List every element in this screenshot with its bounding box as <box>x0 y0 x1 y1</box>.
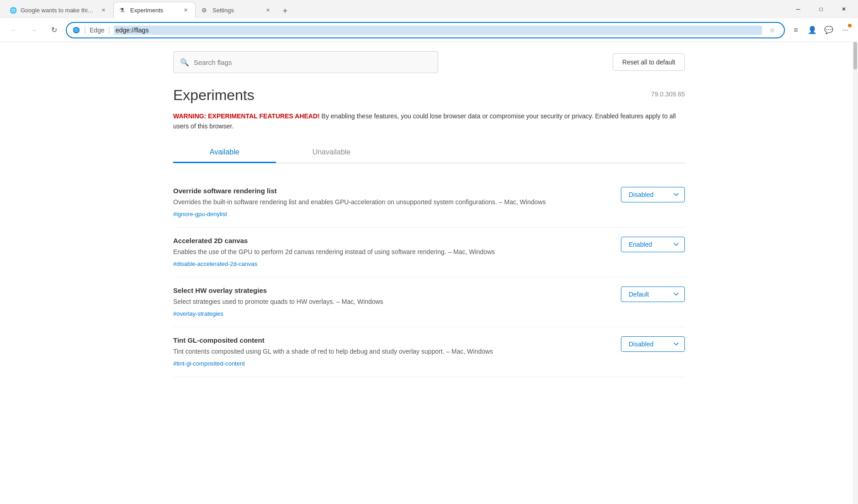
back-button[interactable]: ← <box>5 22 22 38</box>
flag-link[interactable]: #tint-gl-composited-content <box>173 360 245 367</box>
profile-icon[interactable]: 👤 <box>805 23 820 37</box>
flag-tabs: Available Unavailable <box>173 143 685 163</box>
titlebar-controls: ─ □ ✕ <box>788 0 854 18</box>
flag-info: Accelerated 2D canvas Enables the use of… <box>173 237 603 268</box>
address-divider: | <box>84 26 86 34</box>
tab-available[interactable]: Available <box>173 143 276 163</box>
close-button[interactable]: ✕ <box>833 0 854 18</box>
minimize-button[interactable]: ─ <box>788 0 809 18</box>
tab-google[interactable]: 🌐 Google wants to make third-par... ✕ <box>4 2 113 18</box>
flag-info: Tint GL-composited content Tint contents… <box>173 336 603 367</box>
scrollbar-track[interactable] <box>853 42 858 504</box>
collections-icon[interactable]: ≡ <box>789 23 803 37</box>
menu-icon[interactable]: ··· <box>838 23 853 37</box>
new-tab-button[interactable]: + <box>278 4 292 18</box>
search-box[interactable]: 🔍 <box>173 51 438 73</box>
flag-select[interactable]: DefaultEnabledDisabled <box>621 336 685 352</box>
flag-control[interactable]: DefaultEnabledDisabled <box>621 336 685 352</box>
flag-name: Override software rendering list <box>173 187 603 195</box>
flag-select[interactable]: DefaultEnabledDisabled <box>621 187 685 202</box>
flag-description: Enables the use of the GPU to perform 2d… <box>173 247 603 257</box>
tab-experiments[interactable]: ⚗ Experiments ✕ <box>113 2 196 18</box>
tab-unavailable[interactable]: Unavailable <box>276 143 387 163</box>
navbar: ← → ↻ | Edge | ☆ ≡ 👤 💬 ··· <box>0 18 858 42</box>
flag-name: Accelerated 2D canvas <box>173 237 603 244</box>
reset-all-button[interactable]: Reset all to default <box>613 53 685 71</box>
address-input[interactable] <box>114 26 762 35</box>
scrollbar-thumb[interactable] <box>853 42 857 69</box>
feedback-icon[interactable]: 💬 <box>821 23 836 37</box>
flag-control[interactable]: DefaultEnabledDisabled <box>621 237 685 252</box>
flag-info: Select HW overlay strategies Select stra… <box>173 286 603 318</box>
flag-name: Select HW overlay strategies <box>173 286 603 294</box>
page-title: Experiments <box>173 87 254 104</box>
tab-favicon-google: 🌐 <box>10 7 17 14</box>
tab-label-experiments: Experiments <box>130 7 178 14</box>
flag-info: Override software rendering list Overrid… <box>173 187 603 218</box>
flag-description: Overrides the built-in software renderin… <box>173 197 603 207</box>
titlebar: 🌐 Google wants to make third-par... ✕ ⚗ … <box>0 0 858 18</box>
flag-item: Tint GL-composited content Tint contents… <box>173 327 685 377</box>
forward-button[interactable]: → <box>26 22 42 38</box>
maximize-button[interactable]: □ <box>810 0 832 18</box>
page-header: Experiments 79.0.309.65 <box>173 87 685 104</box>
tab-close-google[interactable]: ✕ <box>99 6 107 15</box>
address-bar[interactable]: | Edge | ☆ <box>66 22 785 38</box>
main-content: 🔍 Reset all to default Experiments 79.0.… <box>0 42 858 504</box>
address-bar-actions: ☆ <box>766 24 779 37</box>
warning-text: WARNING: EXPERIMENTAL FEATURES AHEAD! By… <box>173 111 685 132</box>
tabs-container: 🌐 Google wants to make third-par... ✕ ⚗ … <box>4 0 292 18</box>
notification-badge <box>848 24 852 27</box>
edge-label: Edge <box>90 27 105 34</box>
browser-actions: ≡ 👤 💬 ··· <box>789 23 853 37</box>
search-input[interactable] <box>194 58 431 66</box>
flag-link[interactable]: #overlay-strategies <box>173 310 223 317</box>
flag-control[interactable]: DefaultEnabledDisabled <box>621 286 685 302</box>
version-text: 79.0.309.65 <box>651 90 685 98</box>
search-section: 🔍 Reset all to default <box>173 51 685 73</box>
flag-control[interactable]: DefaultEnabledDisabled <box>621 187 685 202</box>
flag-select[interactable]: DefaultEnabledDisabled <box>621 237 685 252</box>
tab-favicon-settings: ⚙ <box>201 7 209 14</box>
flag-description: Select strategies used to promote quads … <box>173 297 603 307</box>
tab-close-settings[interactable]: ✕ <box>264 6 272 15</box>
refresh-button[interactable]: ↻ <box>46 22 62 38</box>
address-divider2: | <box>108 26 110 34</box>
flag-item: Accelerated 2D canvas Enables the use of… <box>173 228 685 277</box>
star-icon[interactable]: ☆ <box>766 24 779 37</box>
flags-list: Override software rendering list Overrid… <box>173 178 685 377</box>
tab-favicon-experiments: ⚗ <box>119 7 127 14</box>
flag-select[interactable]: DefaultEnabledDisabled <box>621 286 685 302</box>
flag-link[interactable]: #ignore-gpu-denylist <box>173 211 227 218</box>
flag-link[interactable]: #disable-accelerated-2d-canvas <box>173 260 257 267</box>
titlebar-left: 🌐 Google wants to make third-par... ✕ ⚗ … <box>4 0 788 18</box>
flag-item: Select HW overlay strategies Select stra… <box>173 277 685 327</box>
flag-description: Tint contents composited using GL with a… <box>173 347 603 356</box>
tab-label-google: Google wants to make third-par... <box>21 7 95 14</box>
tab-settings[interactable]: ⚙ Settings ✕ <box>196 2 278 18</box>
edge-icon <box>72 26 80 34</box>
flag-name: Tint GL-composited content <box>173 336 603 344</box>
flag-item: Override software rendering list Overrid… <box>173 178 685 228</box>
warning-highlight: WARNING: EXPERIMENTAL FEATURES AHEAD! <box>173 112 320 120</box>
tab-label-settings: Settings <box>212 7 260 14</box>
flags-container: 🔍 Reset all to default Experiments 79.0.… <box>155 42 703 395</box>
search-icon: 🔍 <box>180 58 189 67</box>
tab-close-experiments[interactable]: ✕ <box>181 6 190 15</box>
